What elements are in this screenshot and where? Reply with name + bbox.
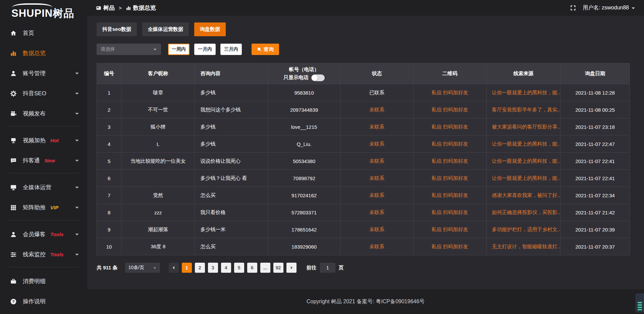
cell-content: 怎么买: [195, 238, 268, 255]
cell-qrcode: 私信 扫码加好友: [413, 118, 486, 136]
tab[interactable]: 抖音seo数据: [97, 22, 137, 36]
cell-source: 如何正确选择投影仪，买投影...: [486, 204, 560, 221]
scan-add-friend-link[interactable]: 扫码加好友: [443, 192, 468, 198]
range-button[interactable]: 一周内: [168, 44, 190, 55]
source-link[interactable]: 让你一眼就爱上的黑科技，能...: [492, 90, 560, 95]
filter-select[interactable]: 请选择: [97, 44, 161, 55]
page-button[interactable]: 4: [221, 263, 231, 273]
sidebar-divider: [8, 126, 79, 126]
page-button[interactable]: 92: [273, 263, 283, 273]
inquiry-table: 编号 客户昵称 咨询内容 帐号（电话） 只显示电话 状态 二维码 线索来源 询盘…: [97, 63, 630, 255]
breadcrumb: 树品 > 数据总览: [96, 4, 156, 12]
breadcrumb-item-home[interactable]: 树品: [103, 4, 115, 12]
scan-add-friend-link[interactable]: 扫码加好友: [443, 124, 468, 129]
private-message-link[interactable]: 私信: [432, 226, 442, 232]
range-button[interactable]: 一月内: [194, 44, 216, 55]
tab[interactable]: 全媒体运营数据: [142, 22, 189, 36]
cell-account: 9583810: [268, 84, 340, 101]
logo-text: SHUPIN树品: [11, 7, 87, 19]
topbar-right: 用户名: zswodun88: [570, 4, 635, 11]
sidebar-item[interactable]: ? 操作说明: [0, 294, 87, 309]
main-column: 树品 > 数据总览 用户名: zswodun88 抖音seo数据 全媒体运营数据…: [87, 0, 644, 314]
cell-nickname: L: [121, 136, 195, 153]
cell-status: 未联系: [340, 118, 414, 136]
source-link[interactable]: 如何正确选择投影仪，买投影...: [492, 209, 560, 215]
scan-add-friend-link[interactable]: 扫码加好友: [443, 226, 468, 232]
footer: Copyright 树品 2021 备案号: 粤ICP备09019646号: [87, 289, 644, 314]
sidebar-item[interactable]: 全媒体运营: [0, 180, 87, 195]
logo-arc: [12, 3, 52, 7]
tab[interactable]: 询盘数据: [194, 22, 226, 36]
scan-add-friend-link[interactable]: 扫码加好友: [443, 107, 468, 112]
sliders-icon: [10, 251, 17, 258]
private-message-link[interactable]: 私信: [432, 158, 442, 164]
cell-date: 2021-11-07 22:34: [560, 187, 630, 204]
table-row: 9 潮起潮落 多少钱一米 178651642 未联系 私信 扫码加好友 多功能护…: [97, 221, 630, 238]
chevron-down-icon: [75, 158, 79, 163]
sidebar-item[interactable]: 数据总览: [0, 46, 87, 61]
scan-add-friend-link[interactable]: 扫码加好友: [443, 90, 468, 95]
sidebar-item[interactable]: 会员爆客 Tools: [0, 227, 87, 242]
source-link[interactable]: 让你一眼就爱上的黑科技，能...: [492, 141, 560, 147]
private-message-link[interactable]: 私信: [432, 175, 442, 181]
private-message-link[interactable]: 私信: [432, 141, 442, 147]
user-menu[interactable]: 用户名: zswodun88: [583, 4, 635, 11]
sidebar-item[interactable]: 线索监控 Tools: [0, 247, 87, 262]
chevron-down-icon: [75, 252, 79, 257]
sidebar-item[interactable]: 矩阵助推 VIP: [0, 200, 87, 215]
chevron-down-icon: [631, 6, 635, 10]
page-button[interactable]: 2: [195, 263, 205, 273]
source-link[interactable]: 让你一眼就爱上的黑科技，能...: [492, 175, 560, 181]
cell-source: 让你一眼就爱上的黑科技，能...: [486, 153, 560, 170]
page-button[interactable]: 6: [247, 263, 257, 273]
header-date: 询盘日期: [560, 63, 630, 84]
page-button[interactable]: 3: [208, 263, 218, 273]
cell-content: 多少钱: [195, 118, 268, 136]
source-link[interactable]: 客厅安装投影半年多了，真实...: [492, 107, 560, 112]
private-message-link[interactable]: 私信: [432, 192, 442, 198]
cell-content: 我想问这个多少钱: [195, 101, 268, 118]
sidebar-item[interactable]: 账号管理: [0, 66, 87, 81]
sidebar-item[interactable]: 抖客通 New: [0, 153, 87, 168]
source-link[interactable]: 让你一眼就爱上的黑科技，能...: [492, 158, 560, 164]
private-message-link[interactable]: 私信: [432, 90, 442, 95]
page-button[interactable]: 5: [234, 263, 244, 273]
source-link[interactable]: 无主灯设计，智能磁吸轨道灯...: [492, 244, 560, 249]
scan-add-friend-link[interactable]: 扫码加好友: [443, 141, 468, 147]
prev-page-button[interactable]: [169, 263, 179, 273]
source-link[interactable]: 被大家追着问的客厅投影分享...: [492, 124, 560, 129]
source-link[interactable]: 多功能护栏灯，适用于乡村文...: [492, 226, 560, 232]
query-button[interactable]: 查询: [252, 44, 279, 55]
floating-widget[interactable]: [636, 294, 644, 312]
scan-add-friend-link[interactable]: 扫码加好友: [443, 244, 468, 249]
sidebar-item[interactable]: 首页: [0, 25, 87, 41]
scan-add-friend-link[interactable]: 扫码加好友: [443, 209, 468, 215]
phone-only-toggle[interactable]: [311, 74, 325, 81]
cell-no: 5: [97, 153, 121, 170]
private-message-link[interactable]: 私信: [432, 124, 442, 129]
cell-no: 8: [97, 204, 121, 221]
page-size-select[interactable]: 10条/页: [125, 263, 160, 273]
cell-date: 2021-11-08 12:28: [560, 84, 630, 101]
sidebar-item[interactable]: 消费明细: [0, 274, 87, 289]
scan-add-friend-link[interactable]: 扫码加好友: [443, 158, 468, 164]
page-button[interactable]: 1: [182, 263, 192, 273]
private-message-link[interactable]: 私信: [432, 107, 442, 112]
goto-page-input[interactable]: [320, 263, 335, 273]
cell-nickname: 觉然: [121, 187, 195, 204]
sidebar-item[interactable]: 抖音SEO: [0, 86, 87, 101]
private-message-link[interactable]: 私信: [432, 244, 442, 249]
sidebar-item[interactable]: 视频发布: [0, 106, 87, 121]
scan-add-friend-link[interactable]: 扫码加好友: [443, 175, 468, 181]
main-content: 抖音seo数据 全媒体运营数据 询盘数据 请选择 一周内 一月内 三月内 查询: [87, 16, 644, 289]
sidebar-item[interactable]: 视频加热 Hot: [0, 133, 87, 148]
page-button[interactable]: ...: [260, 263, 270, 273]
fullscreen-icon[interactable]: [570, 5, 576, 11]
next-page-button[interactable]: [286, 263, 297, 273]
cell-date: 2021-11-07 22:41: [560, 170, 630, 187]
range-button[interactable]: 三月内: [220, 44, 242, 55]
app-icon: [96, 5, 101, 11]
private-message-link[interactable]: 私信: [432, 209, 442, 215]
cell-nickname: 潮起潮落: [121, 221, 195, 238]
source-link[interactable]: 感谢大家喜欢我家，被问了好...: [492, 192, 560, 198]
